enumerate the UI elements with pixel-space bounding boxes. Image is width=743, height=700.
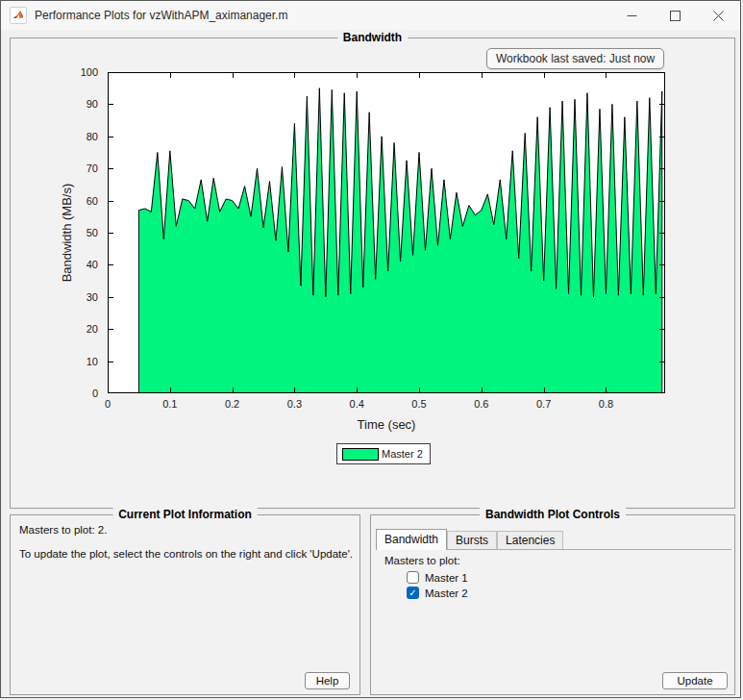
- x-axis-label: Time (sec): [108, 417, 665, 432]
- window-title: Performance Plots for vzWithAPM_aximanag…: [35, 9, 287, 22]
- master-1-checkbox[interactable]: [407, 571, 419, 584]
- tab-bandwidth[interactable]: Bandwidth: [376, 529, 447, 550]
- y-axis-label: Bandwidth (MB/s): [60, 184, 74, 283]
- controls-panel-title: Bandwidth Plot Controls: [480, 508, 626, 521]
- bandwidth-plot-panel: Bandwidth 0102030405060708090100 00.10.2…: [10, 38, 735, 509]
- tab-bursts[interactable]: Bursts: [447, 531, 497, 549]
- checkbox-label: Master 1: [425, 572, 468, 584]
- bandwidth-plot-controls-panel: Bandwidth Plot Controls BandwidthBurstsL…: [370, 514, 735, 695]
- checkbox-row: Master 1: [407, 570, 468, 585]
- x-tick-label: 0.8: [589, 398, 622, 410]
- x-axis-tick-labels: 00.10.20.30.40.50.60.70.8: [108, 398, 665, 412]
- workbook-saved-tooltip: Workbook last saved: Just now: [486, 48, 664, 69]
- area-series-master2: [138, 88, 661, 393]
- legend-swatch: [342, 448, 379, 461]
- masters-to-plot-label: Masters to plot:: [384, 555, 460, 566]
- masters-to-plot-status: Masters to plot: 2.: [19, 524, 107, 536]
- plot-panel-title: Bandwidth: [337, 31, 408, 44]
- current-plot-information-panel: Current Plot Information Masters to plot…: [10, 514, 360, 695]
- update-button[interactable]: Update: [662, 672, 728, 689]
- info-panel-title: Current Plot Information: [112, 508, 258, 521]
- x-tick-label: 0.2: [216, 398, 249, 410]
- x-tick-label: 0: [91, 398, 124, 410]
- close-icon[interactable]: [697, 1, 740, 30]
- x-tick-label: 0.1: [154, 398, 186, 410]
- y-tick-label: 80: [65, 131, 98, 142]
- y-tick-label: 10: [65, 356, 98, 367]
- y-tick-label: 30: [65, 291, 98, 303]
- caption-buttons: [610, 1, 740, 30]
- x-tick-label: 0.5: [403, 398, 435, 410]
- y-tick-label: 20: [65, 323, 98, 335]
- y-tick-label: 100: [65, 66, 98, 78]
- y-tick-label: 70: [65, 162, 98, 174]
- minimize-icon[interactable]: [610, 1, 654, 30]
- tab-latencies[interactable]: Latencies: [497, 531, 563, 549]
- titlebar: Performance Plots for vzWithAPM_aximanag…: [1, 1, 740, 30]
- update-instructions: To update the plot, select the controls …: [19, 548, 353, 560]
- matlab-icon: [10, 7, 27, 24]
- plot-axes: [108, 72, 665, 393]
- x-tick-label: 0.6: [465, 398, 498, 410]
- checkbox-label: Master 2: [425, 588, 468, 599]
- x-tick-label: 0.3: [278, 398, 310, 410]
- app-window: Performance Plots for vzWithAPM_aximanag…: [0, 0, 741, 698]
- x-tick-label: 0.4: [340, 398, 373, 410]
- legend-label: Master 2: [382, 448, 423, 460]
- masters-checkbox-list: Master 1✓Master 2: [407, 570, 468, 601]
- checkbox-row: ✓Master 2: [407, 586, 468, 600]
- help-button[interactable]: Help: [305, 672, 350, 689]
- plot-controls-tabs: BandwidthBurstsLatencies: [376, 529, 731, 550]
- legend[interactable]: Master 2: [336, 443, 431, 464]
- maximize-icon[interactable]: [654, 1, 697, 30]
- master-2-checkbox[interactable]: ✓: [407, 587, 419, 599]
- x-tick-label: 0.7: [528, 398, 560, 410]
- y-tick-label: 90: [65, 98, 98, 110]
